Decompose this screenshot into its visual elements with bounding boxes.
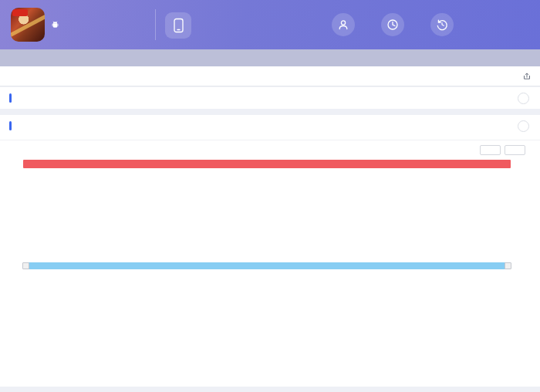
duration-block xyxy=(381,13,410,36)
header-divider xyxy=(155,9,156,40)
chart-legend xyxy=(0,269,540,281)
perfdog-report-page xyxy=(0,0,540,387)
chart-label-band[interactable] xyxy=(23,160,511,168)
overview-panel xyxy=(0,86,540,109)
section-accent-bar xyxy=(9,93,12,103)
upload-time-block xyxy=(430,13,460,36)
scrollbar-handle-right[interactable] xyxy=(505,262,511,269)
section-gap xyxy=(0,109,540,115)
game-icon-art xyxy=(11,12,45,38)
fps-collapse-button[interactable] xyxy=(518,120,529,132)
fps-line-chart[interactable] xyxy=(0,168,540,262)
android-icon xyxy=(52,18,59,32)
tab-bar xyxy=(0,66,540,86)
game-app-icon xyxy=(11,8,45,42)
export-icon xyxy=(523,73,531,80)
phone-icon xyxy=(165,12,191,39)
history-icon xyxy=(430,13,454,36)
section-accent-bar xyxy=(9,121,12,130)
clock-icon xyxy=(381,13,404,36)
game-icon-badge xyxy=(12,9,28,16)
fps-panel xyxy=(0,115,540,387)
device-block xyxy=(165,11,312,39)
export-button[interactable] xyxy=(520,73,531,80)
fps-threshold-input-2[interactable] xyxy=(505,145,525,155)
overview-collapse-button[interactable] xyxy=(518,93,529,104)
creator-block xyxy=(332,13,361,36)
fps-chart-block xyxy=(0,140,540,281)
fps-threshold-input-1[interactable] xyxy=(480,145,501,155)
scrollbar-handle-left[interactable] xyxy=(22,262,29,269)
chart-range-scrollbar[interactable] xyxy=(23,262,511,269)
remark-bar[interactable] xyxy=(0,49,540,66)
report-header xyxy=(0,0,540,49)
app-info xyxy=(52,15,150,35)
user-icon xyxy=(332,13,355,36)
